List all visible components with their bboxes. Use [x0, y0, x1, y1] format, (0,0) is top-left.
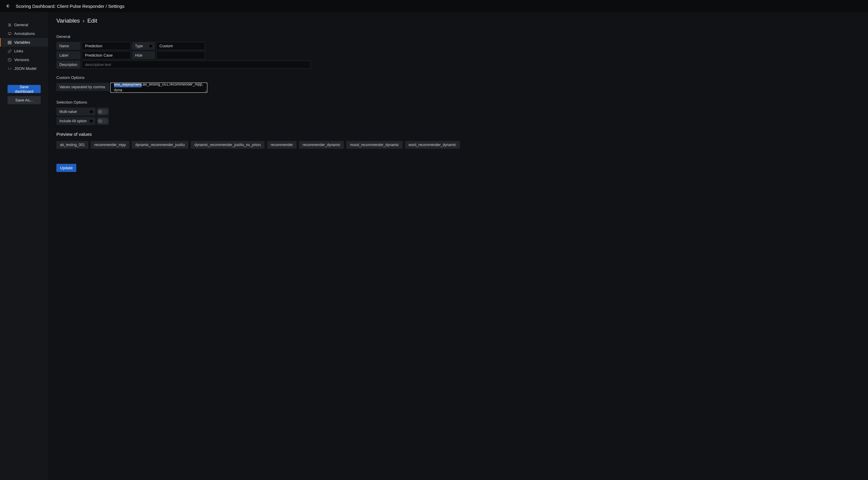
save-as-button[interactable]: Save As...	[7, 96, 41, 104]
multi-value-toggle-wrap	[97, 107, 109, 116]
sidebar-item-json-model[interactable]: JSON Model	[0, 64, 48, 73]
preview-chip: recommender_dynamic	[299, 141, 344, 149]
preview-chip: recommender_mpp	[91, 141, 129, 149]
label-multi-value: Multi-value	[56, 107, 96, 116]
preview-title: Preview of values	[56, 132, 860, 137]
page-title: Variables › Edit	[56, 18, 860, 24]
preview-chip: ab_testing_001	[56, 141, 88, 149]
svg-rect-5	[10, 41, 11, 42]
include-all-toggle[interactable]	[97, 118, 108, 124]
back-button[interactable]	[4, 2, 12, 10]
sidebar-item-label: Versions	[14, 58, 29, 62]
svg-point-8	[150, 44, 152, 47]
sidebar-item-links[interactable]: Links	[0, 47, 48, 56]
chevron-right-icon: ›	[83, 18, 84, 24]
label-values: Values separated by comma	[56, 83, 110, 91]
topbar: Scoring Dashboard: Client Pulse Responde…	[0, 0, 868, 12]
annotation-icon	[7, 32, 12, 36]
svg-point-9	[90, 110, 93, 113]
section-title-custom-options: Custom Options	[56, 75, 860, 80]
sidebar-item-label: Variables	[14, 40, 30, 44]
sidebar-item-general[interactable]: General	[0, 21, 48, 29]
section-custom-options: Custom Options Values separated by comma	[56, 75, 860, 93]
svg-rect-3	[8, 32, 11, 34]
sidebar-item-label: Links	[14, 49, 23, 53]
chevron-down-icon	[199, 53, 202, 58]
preview-chip: dynamic_recommender_just4u_no_priors	[191, 141, 265, 149]
label-input[interactable]	[82, 51, 131, 59]
svg-point-10	[90, 119, 93, 122]
label-name: Name	[56, 42, 81, 50]
label-description: Description	[56, 61, 81, 69]
info-icon[interactable]	[149, 44, 153, 48]
arrow-left-icon	[5, 3, 10, 9]
save-dashboard-button[interactable]: Save dashboard	[7, 85, 41, 93]
preview-chip: recommender	[267, 141, 297, 149]
settings-sidebar: General Annotations Variables	[0, 12, 49, 480]
info-icon[interactable]	[90, 110, 93, 113]
info-icon[interactable]	[90, 119, 93, 123]
main-content: Variables › Edit General Name Type Custo…	[49, 12, 868, 480]
breadcrumb-root: Variables	[56, 18, 80, 24]
history-icon	[7, 58, 12, 62]
section-preview: Preview of values ab_testing_001 recomme…	[56, 132, 860, 149]
preview-chip-list: ab_testing_001 recommender_mpp dynamic_r…	[56, 141, 860, 149]
sidebar-item-versions[interactable]: Versions	[0, 56, 48, 64]
label-label: Label	[56, 51, 81, 59]
variables-icon	[7, 40, 12, 44]
sidebar-item-annotations[interactable]: Annotations	[0, 29, 48, 38]
link-icon	[7, 49, 12, 53]
type-select-value: Custom	[159, 44, 173, 48]
preview-chip: dynamic_recommender_just4u	[132, 141, 188, 149]
sidebar-item-label: General	[14, 23, 28, 27]
svg-rect-6	[8, 43, 9, 44]
sidebar-item-variables[interactable]: Variables	[0, 38, 48, 47]
section-title-general: General	[56, 34, 860, 39]
preview-chip: word_recommender_dynamic	[405, 141, 460, 149]
code-icon	[7, 67, 12, 71]
svg-rect-4	[8, 41, 9, 42]
label-hide: Hide	[132, 51, 155, 59]
svg-rect-7	[10, 43, 11, 44]
type-select[interactable]: Custom	[156, 42, 205, 50]
breadcrumb-leaf: Edit	[87, 18, 97, 24]
sidebar-item-label: JSON Model	[14, 66, 36, 71]
multi-value-toggle[interactable]	[97, 109, 108, 114]
name-input[interactable]	[82, 42, 131, 50]
values-textarea[interactable]	[111, 83, 207, 93]
section-general: General Name Type Custom Label	[56, 34, 860, 69]
chevron-down-icon	[199, 44, 202, 48]
section-title-selection-options: Selection Options	[56, 100, 860, 104]
label-type: Type	[132, 42, 155, 50]
sliders-icon	[7, 23, 12, 27]
page-header-title: Scoring Dashboard: Client Pulse Responde…	[16, 4, 124, 9]
description-input[interactable]	[82, 61, 311, 69]
update-button[interactable]: Update	[56, 164, 76, 172]
preview-chip: mood_recommender_dynamic	[346, 141, 402, 149]
label-include-all: Include All option	[56, 117, 96, 125]
hide-select[interactable]	[156, 51, 205, 59]
include-all-toggle-wrap	[97, 117, 109, 125]
sidebar-item-label: Annotations	[14, 31, 35, 36]
section-selection-options: Selection Options Multi-value Include Al…	[56, 100, 860, 125]
